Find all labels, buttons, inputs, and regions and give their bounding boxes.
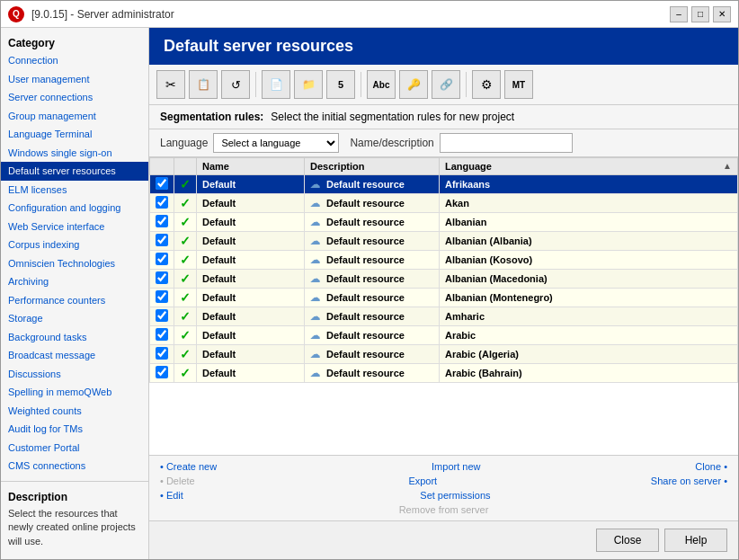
sidebar-item-windows-sso[interactable]: Windows single sign-on	[1, 144, 148, 163]
row-checkbox[interactable]	[156, 253, 168, 265]
resources-table: Name Description Language ▲ ✓ Default ☁ …	[149, 157, 738, 383]
table-row[interactable]: ✓ Default ☁ Default resource Albanian (M…	[150, 270, 738, 289]
create-new-link[interactable]: • Create new	[160, 461, 217, 472]
row-checkbox[interactable]	[156, 290, 168, 303]
table-row[interactable]: ✓ Default ☁ Default resource Albanian	[150, 213, 738, 232]
table-row[interactable]: ✓ Default ☁ Default resource Arabic	[150, 326, 738, 345]
sidebar-item-audit-log[interactable]: Audit log for TMs	[1, 420, 148, 439]
sidebar-item-cms-connections[interactable]: CMS connections	[1, 457, 148, 476]
table-row[interactable]: ✓ Default ☁ Default resource Albanian (M…	[150, 289, 738, 307]
row-language: Akan	[445, 198, 469, 209]
import-new-link[interactable]: Import new	[432, 461, 480, 472]
export-link[interactable]: Export	[408, 476, 437, 486]
toolbar-paste-button[interactable]: 📋	[189, 70, 218, 99]
table-row[interactable]: ✓ Default ☁ Default resource Albanian (A…	[150, 232, 738, 251]
toolbar-link-button[interactable]: 🔗	[432, 70, 460, 99]
row-description: Default resource	[326, 330, 405, 341]
share-on-server-link[interactable]: Share on server •	[651, 476, 727, 486]
col-name[interactable]: Name	[197, 158, 305, 175]
row-checkbox[interactable]	[156, 177, 168, 190]
row-description-cell: ☁ Default resource	[305, 194, 440, 213]
action-row-1: • Create new Import new Clone •	[160, 459, 727, 474]
table-row[interactable]: ✓ Default ☁ Default resource Amharic	[150, 307, 738, 326]
sidebar-item-server-connections[interactable]: Server connections	[1, 88, 148, 107]
sidebar-item-language-terminal[interactable]: Language Terminal	[1, 125, 148, 144]
sidebar-item-connection[interactable]: Connection	[1, 51, 148, 70]
sidebar-item-storage[interactable]: Storage	[1, 309, 148, 328]
row-checkbox[interactable]	[156, 215, 168, 227]
delete-link[interactable]: • Delete	[160, 476, 195, 486]
row-language: Afrikaans	[445, 179, 490, 190]
sidebar-item-omniscien[interactable]: Omniscien Technologies	[1, 254, 148, 273]
row-description: Default resource	[326, 217, 405, 227]
col-description[interactable]: Description	[305, 158, 440, 175]
table-row[interactable]: ✓ Default ☁ Default resource Akan	[150, 194, 738, 213]
row-language-cell: Albanian (Kosovo)	[440, 251, 738, 270]
cloud-icon: ☁	[310, 368, 320, 378]
toolbar-5-button[interactable]: 5	[326, 70, 355, 99]
table-row[interactable]: ✓ Default ☁ Default resource Albanian (K…	[150, 251, 738, 270]
app-icon: Q	[8, 6, 24, 22]
remove-from-server-link[interactable]: Remove from server	[399, 504, 489, 515]
edit-link[interactable]: • Edit	[160, 490, 183, 501]
sidebar-item-default-server-resources[interactable]: Default server resources	[1, 162, 148, 181]
sidebar-item-web-service[interactable]: Web Service interface	[1, 218, 148, 236]
sidebar-item-config-logging[interactable]: Configuration and logging	[1, 199, 148, 218]
row-name-cell: Default	[197, 364, 305, 383]
sidebar-item-corpus-indexing[interactable]: Corpus indexing	[1, 236, 148, 254]
table-row[interactable]: ✓ Default ☁ Default resource Arabic (Bah…	[150, 364, 738, 383]
sidebar-item-spelling[interactable]: Spelling in memoQWeb	[1, 383, 148, 402]
sidebar-item-elm-licenses[interactable]: ELM licenses	[1, 181, 148, 200]
panel-title: Default server resources	[164, 37, 353, 55]
sidebar-item-weighted-counts[interactable]: Weighted counts	[1, 402, 148, 421]
toolbar-open-button[interactable]: 📁	[294, 70, 323, 99]
toolbar-settings-button[interactable]: ⚙	[472, 70, 501, 99]
sort-arrow: ▲	[723, 161, 732, 171]
row-checkbox[interactable]	[156, 309, 168, 322]
minimize-button[interactable]: –	[670, 6, 688, 22]
sidebar-item-discussions[interactable]: Discussions	[1, 365, 148, 384]
sidebar-item-background-tasks[interactable]: Background tasks	[1, 328, 148, 347]
table-row[interactable]: ✓ Default ☁ Default resource Afrikaans	[150, 175, 738, 194]
sidebar-divider	[1, 481, 148, 482]
sidebar-item-customer-portal[interactable]: Customer Portal	[1, 439, 148, 458]
row-checkbox[interactable]	[156, 196, 168, 209]
sidebar-item-user-management[interactable]: User management	[1, 70, 148, 89]
toolbar-mt-button[interactable]: MT	[504, 70, 533, 99]
row-valid-icon-cell: ✓	[174, 307, 197, 326]
row-checkbox[interactable]	[156, 366, 168, 378]
row-valid-icon-cell: ✓	[174, 364, 197, 383]
window-title: [9.0.15] - Server administrator	[31, 8, 174, 21]
toolbar-new-button[interactable]: 📄	[262, 70, 290, 99]
clone-link[interactable]: Clone •	[695, 461, 727, 472]
row-language-cell: Albanian (Montenegro)	[440, 289, 738, 307]
description-title: Description	[8, 491, 141, 503]
help-button[interactable]: Help	[664, 529, 727, 552]
sidebar-item-group-management[interactable]: Group management	[1, 107, 148, 126]
sidebar-item-archiving[interactable]: Archiving	[1, 272, 148, 291]
toolbar-abc-button[interactable]: Abc	[367, 70, 396, 99]
toolbar-cut-button[interactable]: ✂	[156, 70, 185, 99]
toolbar-refresh-button[interactable]: ↺	[221, 70, 250, 99]
sidebar-item-broadcast-message[interactable]: Broadcast message	[1, 346, 148, 365]
right-panel: Default server resources ✂ 📋 ↺ 📄 📁 5 Abc…	[149, 28, 738, 559]
close-window-button[interactable]: ✕	[713, 6, 731, 22]
row-checkbox[interactable]	[156, 234, 168, 246]
row-checkbox[interactable]	[156, 271, 168, 284]
name-filter-input[interactable]	[440, 133, 573, 153]
row-language: Albanian (Albania)	[445, 236, 532, 246]
col-language[interactable]: Language ▲	[440, 158, 738, 175]
row-checkbox[interactable]	[156, 328, 168, 341]
row-language-cell: Albanian	[440, 213, 738, 232]
toolbar-key-button[interactable]: 🔑	[399, 70, 428, 99]
set-permissions-link[interactable]: Set permissions	[420, 490, 490, 501]
maximize-button[interactable]: □	[691, 6, 709, 22]
close-button[interactable]: Close	[596, 529, 659, 552]
toolbar-sep3	[466, 72, 467, 97]
sidebar-item-performance-counters[interactable]: Performance counters	[1, 291, 148, 310]
row-checkbox[interactable]	[156, 347, 168, 360]
table-row[interactable]: ✓ Default ☁ Default resource Arabic (Alg…	[150, 345, 738, 364]
row-checkbox-cell	[150, 326, 174, 345]
language-select[interactable]: Select a language	[213, 133, 339, 153]
row-description: Default resource	[326, 254, 405, 265]
